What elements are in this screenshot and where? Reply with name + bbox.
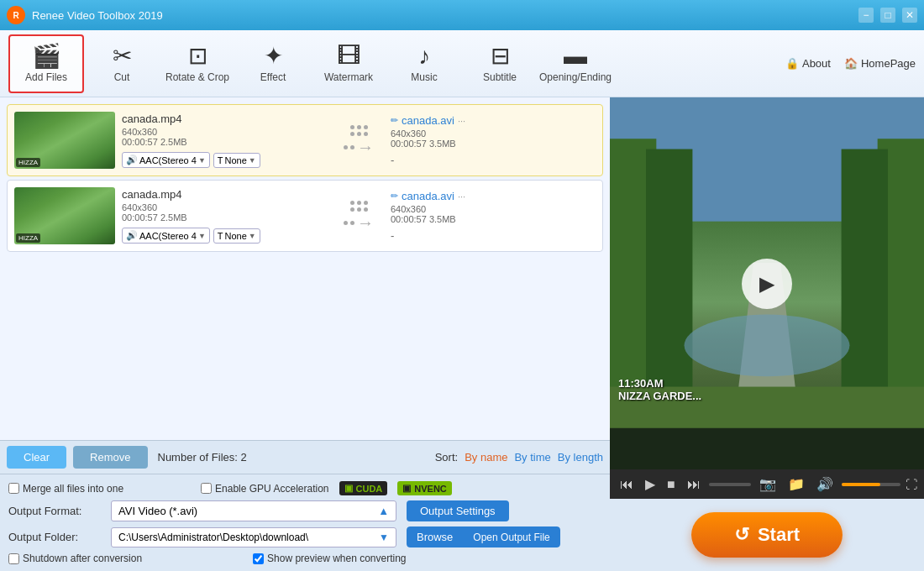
merge-checkbox-label[interactable]: Merge all files into one (8, 483, 123, 495)
audio-select-1[interactable]: 🔊 AAC(Stereo 4 ▼ (122, 152, 210, 168)
stop-button[interactable]: ■ (664, 475, 679, 494)
output-format-label: Output Format: (8, 505, 101, 517)
cut-label: Cut (114, 71, 130, 83)
folder-button[interactable]: 📁 (785, 474, 808, 494)
video-preview: 11:30AM NIZZA GARDE... ▶ (610, 97, 924, 469)
refresh-icon: ↺ (734, 524, 749, 546)
input-filename-1: canada.mp4 (122, 113, 327, 125)
folder-buttons: Browse Open Output File (407, 526, 560, 547)
folder-input[interactable]: C:\Users\Administrator\Desktop\download\… (111, 527, 396, 547)
arrow-1: → (333, 125, 384, 155)
remove-button[interactable]: Remove (73, 446, 147, 469)
homepage-label: HomePage (861, 57, 916, 70)
input-details-1: 640x360 00:00:57 2.5MB (122, 127, 327, 147)
play-overlay-button[interactable]: ▶ (742, 259, 792, 309)
close-button[interactable]: ✕ (902, 8, 917, 23)
format-select[interactable]: AVI Video (*.avi) ▲ (111, 500, 396, 521)
camera-button[interactable]: 📷 (756, 474, 780, 494)
opening-icon: ▬ (564, 45, 587, 68)
toolbar-music[interactable]: ♪ Music (386, 34, 462, 93)
toolbar-subtitle[interactable]: ⊟ Subtitle (462, 34, 538, 93)
next-button[interactable]: ⏭ (684, 475, 704, 494)
watermark-label: Watermark (324, 71, 373, 83)
gpu-checkbox-label[interactable]: Enable GPU Acceleration (201, 483, 328, 495)
svg-rect-6 (842, 149, 888, 418)
start-area: ↺ Start (610, 499, 924, 571)
volume-button[interactable]: 🔊 (813, 474, 837, 494)
app-logo: R (7, 6, 25, 24)
window-controls: − □ ✕ (858, 8, 917, 23)
start-button[interactable]: ↺ Start (691, 512, 843, 558)
progress-bar[interactable] (709, 483, 751, 486)
file-controls-2: 🔊 AAC(Stereo 4 ▼ T None ▼ (122, 228, 327, 244)
subtitle-icon: ⊟ (491, 45, 510, 68)
lock-icon: 🔒 (785, 57, 799, 70)
maximize-button[interactable]: □ (880, 8, 895, 23)
subtitle-label: Subtitle (483, 71, 517, 83)
about-label: About (802, 57, 831, 70)
output-filename-1: ✏ canada.avi ··· (391, 114, 596, 127)
file-list: HIZZA canada.mp4 640x360 00:00:57 2.5MB … (0, 97, 610, 440)
gpu-checkbox[interactable] (201, 483, 212, 494)
file-item-2[interactable]: HIZZA canada.mp4 640x360 00:00:57 2.5MB … (7, 180, 603, 252)
merge-checkbox[interactable] (8, 483, 19, 494)
file-item-1[interactable]: HIZZA canada.mp4 640x360 00:00:57 2.5MB … (7, 104, 603, 176)
thumb-label-2: HIZZA (16, 233, 40, 243)
toolbar-opening-ending[interactable]: ▬ Opening/Ending (538, 34, 613, 93)
nvidia-cuda-icon: ▣ (344, 483, 353, 494)
output-dash-2: - (391, 229, 596, 242)
fullscreen-button[interactable]: ⛶ (906, 478, 917, 491)
file-controls-1: 🔊 AAC(Stereo 4 ▼ T None ▼ (122, 152, 327, 168)
homepage-button[interactable]: 🏠 HomePage (844, 57, 916, 70)
show-preview-checkbox[interactable] (253, 553, 264, 564)
toolbar-effect[interactable]: ✦ Effect (235, 34, 311, 93)
shutdown-label[interactable]: Shutdown after conversion (8, 553, 142, 564)
toolbar-watermark[interactable]: 🎞 Watermark (311, 34, 386, 93)
about-button[interactable]: 🔒 About (785, 57, 831, 70)
svg-rect-10 (610, 428, 924, 469)
clear-button[interactable]: Clear (7, 446, 66, 469)
file-info-1: canada.mp4 640x360 00:00:57 2.5MB 🔊 AAC(… (122, 113, 327, 168)
toolbar-add-files[interactable]: 🎬 Add Files (8, 34, 84, 93)
video-overlay: 11:30AM NIZZA GARDE... (618, 377, 701, 402)
main-area: HIZZA canada.mp4 640x360 00:00:57 2.5MB … (0, 97, 924, 571)
volume-slider[interactable] (842, 483, 900, 486)
right-panel: 11:30AM NIZZA GARDE... ▶ ⏮ ▶ ■ ⏭ 📷 📁 🔊 ⛶ (610, 97, 924, 571)
toolbar-rotate-crop[interactable]: ⊡ Rotate & Crop (160, 34, 235, 93)
open-output-button[interactable]: Open Output File (463, 526, 559, 547)
file-thumb-2: HIZZA (14, 187, 115, 244)
sort-by-name[interactable]: By name (465, 451, 507, 464)
shutdown-checkbox[interactable] (8, 553, 19, 564)
cuda-badge: ▣ CUDA (339, 481, 388, 495)
input-details-2: 640x360 00:00:57 2.5MB (122, 202, 327, 223)
output-settings-button[interactable]: Output Settings (407, 500, 509, 521)
settings-bar: Merge all files into one Enable GPU Acce… (0, 474, 610, 571)
output-folder-label: Output Folder: (8, 531, 101, 543)
play-button[interactable]: ▶ (642, 474, 659, 494)
music-label: Music (411, 71, 437, 83)
toolbar: 🎬 Add Files ✂ Cut ⊡ Rotate & Crop ✦ Effe… (0, 30, 924, 97)
bottom-bar: Clear Remove Number of Files: 2 Sort: By… (0, 440, 610, 474)
watermark-icon: 🎞 (337, 45, 360, 68)
left-panel: HIZZA canada.mp4 640x360 00:00:57 2.5MB … (0, 97, 610, 571)
sort-by-time[interactable]: By time (514, 451, 550, 464)
arrow-2: → (333, 201, 384, 231)
subtitle-select-1[interactable]: T None ▼ (213, 153, 260, 168)
audio-select-2[interactable]: 🔊 AAC(Stereo 4 ▼ (122, 228, 210, 244)
toolbar-cut[interactable]: ✂ Cut (84, 34, 160, 93)
thumb-label: HIZZA (16, 158, 40, 167)
browse-button[interactable]: Browse (407, 526, 463, 547)
subtitle-select-2[interactable]: T None ▼ (213, 228, 260, 244)
sort-by-length[interactable]: By length (558, 451, 603, 464)
effect-label: Effect (260, 71, 286, 83)
svg-point-8 (685, 314, 850, 376)
add-files-label: Add Files (25, 71, 67, 83)
show-preview-label[interactable]: Show preview when converting (253, 553, 406, 564)
effect-icon: ✦ (264, 45, 283, 68)
add-files-icon: 🎬 (32, 45, 61, 68)
minimize-button[interactable]: − (858, 8, 874, 23)
cut-icon: ✂ (113, 45, 132, 68)
toolbar-right: 🔒 About 🏠 HomePage (785, 57, 916, 70)
prev-button[interactable]: ⏮ (617, 475, 637, 494)
output-dash-1: - (391, 154, 596, 166)
